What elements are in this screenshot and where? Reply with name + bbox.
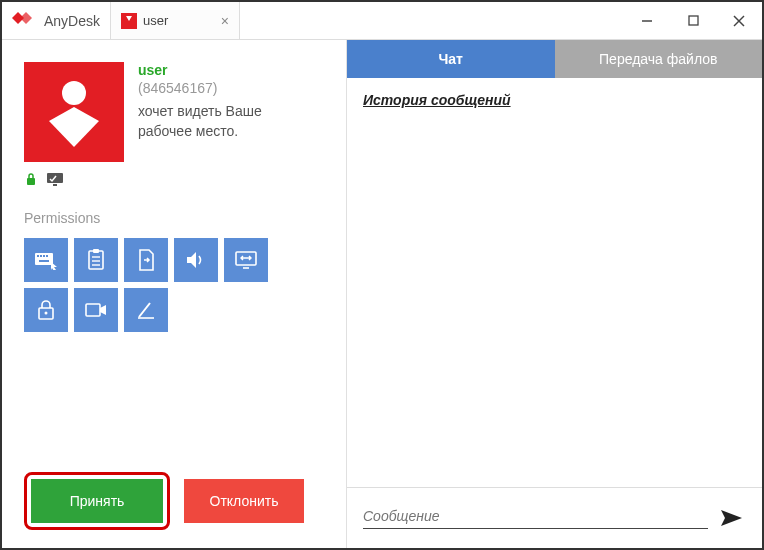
accept-button[interactable]: Принять [31, 479, 163, 523]
monitor-sync-icon [234, 250, 258, 270]
perm-lock[interactable] [24, 288, 68, 332]
anydesk-logo-icon [12, 9, 36, 33]
user-info: user (846546167) хочет видеть Ваше рабоч… [138, 62, 298, 162]
minimize-button[interactable] [624, 2, 670, 39]
svg-rect-22 [86, 304, 100, 316]
user-avatar [24, 62, 124, 162]
svg-rect-1 [689, 16, 698, 25]
lock-icon [37, 300, 55, 320]
svg-point-4 [62, 81, 86, 105]
accept-highlight: Принять [24, 472, 170, 530]
svg-rect-10 [43, 255, 45, 257]
monitor-status-icon [46, 172, 64, 186]
perm-audio[interactable] [174, 238, 218, 282]
action-row: Принять Отклонить [24, 472, 324, 530]
svg-rect-7 [35, 253, 53, 265]
clipboard-icon [86, 249, 106, 271]
message-row [347, 488, 762, 548]
tab-close-icon[interactable]: × [221, 13, 229, 29]
record-icon [85, 301, 107, 319]
svg-rect-12 [39, 260, 49, 262]
send-icon [720, 508, 744, 528]
left-spacer [24, 332, 324, 472]
titlebar-left: AnyDesk user × [2, 2, 240, 39]
tab-chat-label: Чат [439, 51, 463, 67]
tab-file-transfer[interactable]: Передача файлов [555, 40, 763, 78]
decline-button[interactable]: Отклонить [184, 479, 304, 523]
perm-draw[interactable] [124, 288, 168, 332]
titlebar: AnyDesk user × [2, 2, 762, 40]
audio-icon [185, 250, 207, 270]
close-button[interactable] [716, 2, 762, 39]
accept-button-label: Принять [70, 493, 125, 509]
history-title: История сообщений [363, 92, 746, 108]
message-input[interactable] [363, 508, 708, 529]
perm-keyboard-mouse[interactable] [24, 238, 68, 282]
app-window: AnyDesk user × [0, 0, 764, 550]
chat-history: История сообщений [347, 78, 762, 488]
right-pane: Чат Передача файлов История сообщений [347, 40, 762, 548]
user-name: user [138, 62, 298, 78]
tab-file-transfer-label: Передача файлов [599, 51, 717, 67]
decline-button-label: Отклонить [210, 493, 279, 509]
svg-rect-11 [46, 255, 48, 257]
user-row: user (846546167) хочет видеть Ваше рабоч… [24, 62, 324, 162]
close-icon [733, 15, 745, 27]
chat-tabs: Чат Передача файлов [347, 40, 762, 78]
file-icon [136, 249, 156, 271]
svg-rect-9 [40, 255, 42, 257]
lock-status-icon [24, 172, 38, 186]
svg-rect-5 [27, 178, 35, 185]
perm-file-transfer[interactable] [124, 238, 168, 282]
window-controls [624, 2, 762, 39]
keyboard-icon [34, 250, 58, 270]
svg-point-21 [45, 312, 48, 315]
perm-clipboard[interactable] [74, 238, 118, 282]
send-button[interactable] [718, 504, 746, 532]
permissions-label: Permissions [24, 210, 324, 226]
perm-record[interactable] [74, 288, 118, 332]
titlebar-spacer [240, 2, 624, 39]
left-pane: user (846546167) хочет видеть Ваше рабоч… [2, 40, 347, 548]
svg-rect-8 [37, 255, 39, 257]
tab-user-icon [121, 13, 137, 29]
app-name: AnyDesk [44, 13, 100, 29]
tab-chat[interactable]: Чат [347, 40, 555, 78]
maximize-button[interactable] [670, 2, 716, 39]
svg-rect-13 [89, 251, 103, 269]
user-id: (846546167) [138, 80, 298, 96]
svg-rect-14 [93, 249, 99, 253]
permissions-grid [24, 238, 284, 332]
minimize-icon [641, 15, 653, 27]
maximize-icon [688, 15, 699, 26]
body: user (846546167) хочет видеть Ваше рабоч… [2, 40, 762, 548]
perm-control-monitor[interactable] [224, 238, 268, 282]
user-message: хочет видеть Ваше рабочее место. [138, 102, 298, 141]
draw-icon [136, 300, 156, 320]
session-tab[interactable]: user × [110, 2, 240, 39]
tab-title: user [143, 13, 168, 28]
status-icons [24, 172, 324, 186]
avatar-icon [44, 77, 104, 147]
